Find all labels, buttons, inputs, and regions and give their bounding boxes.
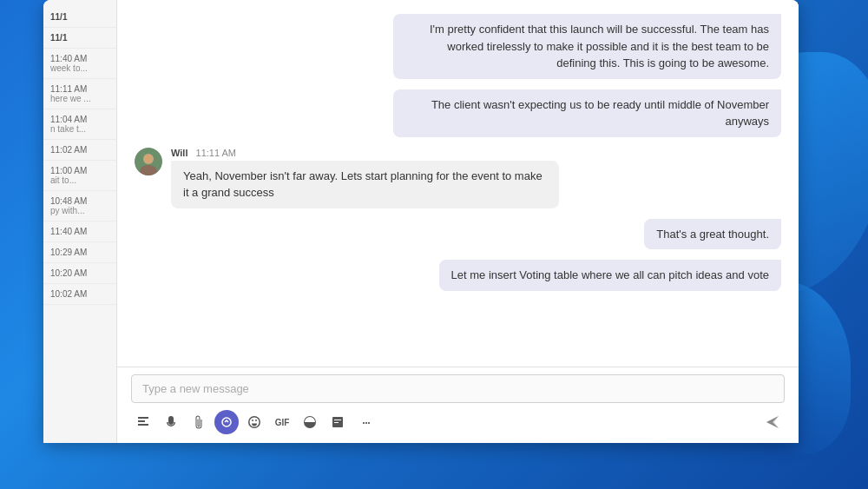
sidebar-item-9[interactable]: 10:29 AM bbox=[43, 242, 116, 263]
schedule-icon[interactable] bbox=[326, 410, 350, 434]
toolbar: GIF ··· bbox=[131, 410, 785, 434]
gif-icon[interactable]: GIF bbox=[270, 410, 294, 434]
sidebar-item-5[interactable]: 11:02 AM bbox=[43, 140, 116, 161]
sidebar-time-7: 10:48 AM bbox=[50, 196, 109, 206]
message-row-4: Let me insert Voting table where we all … bbox=[135, 260, 781, 291]
sidebar: 11/1 11/1 11:40 AM week to... 11:11 AM h… bbox=[43, 0, 117, 443]
svg-point-4 bbox=[222, 418, 231, 426]
bubble-0: I'm pretty confident that this launch wi… bbox=[393, 14, 781, 79]
bubble-1: The client wasn't expecting us to be rea… bbox=[393, 89, 781, 137]
sidebar-date-1: 11/1 bbox=[50, 33, 109, 43]
loop-icon[interactable] bbox=[214, 410, 239, 434]
sender-name-2: Will bbox=[171, 148, 187, 158]
sidebar-item-3[interactable]: 11:11 AM here we ... bbox=[43, 79, 116, 109]
svg-point-3 bbox=[144, 155, 153, 163]
avatar-will bbox=[135, 148, 162, 175]
sidebar-time-8: 11:40 AM bbox=[50, 227, 109, 236]
format-icon[interactable] bbox=[131, 410, 155, 434]
sidebar-item-1[interactable]: 11/1 bbox=[43, 28, 116, 49]
audio-icon[interactable] bbox=[159, 410, 183, 434]
attach-icon[interactable] bbox=[187, 410, 211, 434]
sidebar-time-3: 11:11 AM bbox=[50, 84, 109, 94]
sidebar-item-11[interactable]: 10:02 AM bbox=[43, 284, 116, 305]
sidebar-preview-2: week to... bbox=[50, 63, 109, 73]
sidebar-item-7[interactable]: 10:48 AM py with... bbox=[43, 191, 116, 221]
sidebar-item-8[interactable]: 11:40 AM bbox=[43, 221, 116, 242]
sidebar-preview-4: n take t... bbox=[50, 124, 109, 134]
message-content-3: That's a great thought. bbox=[644, 219, 781, 250]
sidebar-time-4: 11:04 AM bbox=[50, 115, 109, 124]
message-content-4: Let me insert Voting table where we all … bbox=[439, 260, 781, 291]
sidebar-preview-6: ait to... bbox=[50, 175, 109, 185]
input-area: Type a new message bbox=[117, 367, 799, 443]
teams-window: 11/1 11/1 11:40 AM week to... 11:11 AM h… bbox=[43, 0, 799, 443]
sidebar-item-6[interactable]: 11:00 AM ait to... bbox=[43, 161, 116, 191]
sidebar-time-11: 10:02 AM bbox=[50, 289, 109, 299]
message-content-0: I'm pretty confident that this launch wi… bbox=[393, 14, 781, 79]
sidebar-time-5: 11:02 AM bbox=[50, 145, 109, 155]
message-row-1: The client wasn't expecting us to be rea… bbox=[135, 89, 781, 137]
sidebar-time-9: 10:29 AM bbox=[50, 248, 109, 257]
sticker-icon[interactable] bbox=[298, 410, 322, 434]
sidebar-item-0[interactable]: 11/1 bbox=[43, 7, 116, 28]
sidebar-item-10[interactable]: 10:20 AM bbox=[43, 263, 116, 284]
sidebar-item-4[interactable]: 11:04 AM n take t... bbox=[43, 109, 116, 140]
sidebar-time-2: 11:40 AM bbox=[50, 54, 109, 63]
message-content-1: The client wasn't expecting us to be rea… bbox=[393, 89, 781, 137]
message-meta-2: Will 11:11 AM bbox=[171, 148, 559, 158]
bubble-3: That's a great thought. bbox=[644, 219, 781, 250]
sidebar-time-10: 10:20 AM bbox=[50, 268, 109, 278]
message-input[interactable]: Type a new message bbox=[131, 374, 785, 403]
bubble-2: Yeah, November isn't far away. Lets star… bbox=[171, 161, 559, 208]
sidebar-item-2[interactable]: 11:40 AM week to... bbox=[43, 49, 116, 79]
send-button[interactable] bbox=[760, 410, 785, 434]
message-row-2: Will 11:11 AM Yeah, November isn't far a… bbox=[135, 148, 781, 208]
more-options-icon[interactable]: ··· bbox=[353, 410, 378, 434]
message-row-0: I'm pretty confident that this launch wi… bbox=[135, 14, 781, 79]
chat-area: I'm pretty confident that this launch wi… bbox=[117, 0, 799, 443]
sidebar-time-6: 11:00 AM bbox=[50, 166, 109, 175]
sidebar-preview-7: py with... bbox=[50, 206, 109, 215]
messages-list: I'm pretty confident that this launch wi… bbox=[117, 0, 799, 367]
emoji-icon[interactable] bbox=[242, 410, 266, 434]
sidebar-date-0: 11/1 bbox=[50, 12, 109, 22]
sidebar-preview-3: here we ... bbox=[50, 94, 109, 103]
message-row-3: That's a great thought. bbox=[135, 219, 781, 250]
bubble-4: Let me insert Voting table where we all … bbox=[439, 260, 781, 291]
message-content-2: Will 11:11 AM Yeah, November isn't far a… bbox=[171, 148, 559, 208]
message-time-2: 11:11 AM bbox=[196, 148, 236, 158]
